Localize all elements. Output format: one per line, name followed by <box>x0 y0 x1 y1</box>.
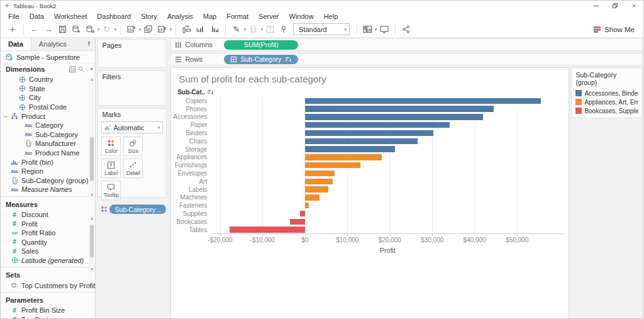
legend-item[interactable]: Appliances, Art, Env.. <box>572 98 642 106</box>
category-label[interactable]: Bookcases <box>171 218 211 225</box>
fix-axes-icon[interactable] <box>277 23 290 36</box>
group-members-icon[interactable] <box>247 23 260 36</box>
show-me-button[interactable]: Show Me <box>593 26 638 33</box>
category-label[interactable]: Paper <box>171 121 211 128</box>
legend-item[interactable]: Accessories, Binders.. <box>572 89 642 98</box>
columns-shelf[interactable]: Columns SUM(Profit) <box>170 38 643 51</box>
field-item[interactable]: #Sales <box>1 247 95 256</box>
category-label[interactable]: Copiers <box>171 98 211 104</box>
close-icon[interactable]: × <box>625 1 643 11</box>
category-label[interactable]: Accessories <box>171 113 211 120</box>
pause-updates-caret-icon[interactable]: ▾ <box>97 27 100 32</box>
field-item[interactable]: #Quantity <box>1 238 95 247</box>
columns-pill-sum-profit[interactable]: SUM(Profit) <box>224 40 298 50</box>
field-item[interactable]: #Profit Bin Size <box>1 306 95 315</box>
tab-analytics[interactable]: Analytics <box>31 38 74 50</box>
field-item[interactable]: State <box>1 84 95 94</box>
menu-item-file[interactable]: File <box>3 12 25 21</box>
bar[interactable] <box>230 227 305 232</box>
show-mark-labels-icon[interactable] <box>264 23 276 36</box>
category-label[interactable]: Appliances <box>171 154 211 160</box>
menu-item-help[interactable]: Help <box>319 12 343 21</box>
menu-item-window[interactable]: Window <box>284 12 319 21</box>
field-item[interactable]: AbcSub-Category <box>1 130 95 140</box>
marks-pill-sub-category-group[interactable]: Sub-Category .. <box>109 204 166 214</box>
category-label[interactable]: Art <box>171 178 211 185</box>
bar[interactable] <box>305 179 333 184</box>
field-item[interactable]: #Discount <box>1 210 95 220</box>
bar[interactable] <box>305 203 309 208</box>
pin-icon[interactable] <box>87 38 95 50</box>
pages-shelf[interactable]: Pages <box>97 39 167 68</box>
show-cards-icon[interactable] <box>361 23 374 36</box>
sheet-title[interactable]: Sum of profit for each sub-category <box>171 68 569 87</box>
bar[interactable] <box>300 211 305 216</box>
category-label[interactable]: Tables <box>171 227 211 233</box>
expand-hierarchy-icon[interactable] <box>231 57 236 62</box>
redo-icon[interactable]: → <box>42 23 55 36</box>
bar[interactable] <box>305 186 328 192</box>
legend-title[interactable]: Sub-Category (group) <box>572 68 642 89</box>
field-item[interactable]: City <box>1 93 95 103</box>
bar[interactable] <box>305 106 494 111</box>
minimize-icon[interactable] <box>587 1 606 11</box>
bar[interactable] <box>305 171 335 176</box>
datasource-item[interactable]: Sample - Superstore <box>1 51 95 64</box>
bar[interactable] <box>305 114 483 120</box>
group-members-caret-icon[interactable]: ▾ <box>261 27 264 32</box>
menu-item-analysis[interactable]: Analysis <box>162 12 198 21</box>
dimensions-menu-caret-icon[interactable]: ▾ <box>91 67 93 72</box>
legend-item[interactable]: Bookcases, Supplies... <box>572 106 642 115</box>
category-label[interactable]: Binders <box>171 130 211 137</box>
dimensions-scrollbar[interactable]: ▲ ▼ <box>89 77 94 198</box>
bar[interactable] <box>305 194 319 200</box>
field-item[interactable]: Sub-Category (group) <box>1 176 95 186</box>
field-item[interactable]: #Profit <box>1 219 95 228</box>
field-item[interactable]: Country <box>1 75 95 84</box>
category-label[interactable]: Machines <box>171 194 211 201</box>
bar[interactable] <box>305 98 541 104</box>
view-data-grid-icon[interactable] <box>69 66 75 72</box>
category-label[interactable]: Storage <box>171 146 211 153</box>
clear-sheet-icon[interactable] <box>156 23 169 36</box>
rows-pill-sub-category[interactable]: Sub-Category <box>224 55 298 64</box>
field-item[interactable]: Latitude (generated) <box>1 256 95 266</box>
pill-sort-icon[interactable] <box>285 57 291 62</box>
category-label[interactable]: Fasteners <box>171 202 211 209</box>
menu-item-server[interactable]: Server <box>253 12 284 21</box>
bar[interactable] <box>305 130 433 136</box>
measures-scrollbar[interactable]: ▲ ▼ <box>89 216 94 272</box>
category-label[interactable]: Chairs <box>171 138 211 145</box>
pause-updates-icon[interactable] <box>84 23 96 36</box>
field-item[interactable]: AbcMeasure Names <box>1 185 95 194</box>
menu-item-dashboard[interactable]: Dashboard <box>92 12 136 21</box>
presentation-mode-icon[interactable] <box>378 23 391 36</box>
bar[interactable] <box>305 122 450 128</box>
rows-shelf[interactable]: Rows Sub-Category <box>170 53 643 65</box>
marks-button-size[interactable]: Size <box>123 137 143 156</box>
new-worksheet-caret-icon[interactable]: ▾ <box>139 27 142 32</box>
bar[interactable] <box>305 154 382 160</box>
menu-item-map[interactable]: Map <box>198 12 221 21</box>
category-label[interactable]: Labels <box>171 186 211 193</box>
marks-button-color[interactable]: Color <box>101 137 121 156</box>
field-item[interactable]: #Top Customers <box>1 315 95 319</box>
sort-ascending-icon[interactable] <box>194 23 207 36</box>
menu-item-story[interactable]: Story <box>136 12 162 21</box>
category-label[interactable]: Supplies <box>171 210 211 217</box>
x-axis[interactable]: -$20,000-$10,000$0$10,000$20,000$30,000$… <box>211 234 564 245</box>
field-item[interactable]: Postal Code <box>1 103 95 112</box>
bar[interactable] <box>290 219 304 225</box>
category-label[interactable]: Phones <box>171 106 211 113</box>
run-update-caret-icon[interactable]: ▾ <box>114 27 117 32</box>
field-item[interactable]: AbcRegion <box>1 167 95 176</box>
field-item[interactable]: Manufacturer <box>1 139 95 148</box>
menu-item-format[interactable]: Format <box>221 12 253 21</box>
highlight-caret-icon[interactable]: ▾ <box>244 27 247 32</box>
highlight-icon[interactable]: ✎ <box>230 23 243 36</box>
field-item[interactable]: AbcProduct Name <box>1 148 95 158</box>
duplicate-sheet-icon[interactable] <box>142 23 155 36</box>
field-item[interactable]: Profit (bin) <box>1 157 95 167</box>
add-datasource-icon[interactable] <box>70 23 82 36</box>
header-sort-icon[interactable] <box>207 89 213 95</box>
